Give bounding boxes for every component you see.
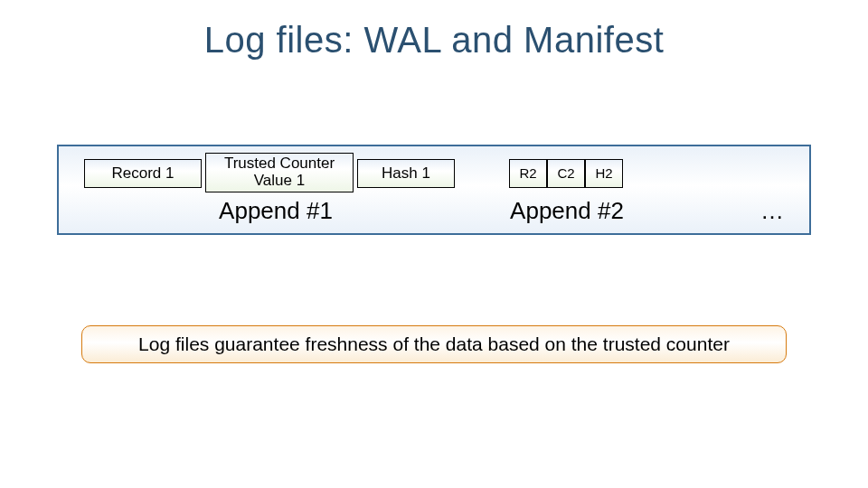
cell-h2: H2 xyxy=(585,159,623,188)
ellipsis: … xyxy=(760,197,784,225)
log-strip: Record 1 Trusted Counter Value 1 Hash 1 … xyxy=(57,145,811,235)
cell-record-1: Record 1 xyxy=(84,159,202,188)
slide-title: Log files: WAL and Manifest xyxy=(0,20,868,61)
cell-hash-1: Hash 1 xyxy=(357,159,455,188)
slide: Log files: WAL and Manifest Record 1 Tru… xyxy=(0,0,868,488)
append-1-label: Append #1 xyxy=(203,197,348,225)
cell-counter-1: Trusted Counter Value 1 xyxy=(205,153,354,192)
callout: Log files guarantee freshness of the dat… xyxy=(81,325,787,363)
cell-r2: R2 xyxy=(509,159,547,188)
cell-c2: C2 xyxy=(547,159,585,188)
append-2-label: Append #2 xyxy=(504,197,630,225)
